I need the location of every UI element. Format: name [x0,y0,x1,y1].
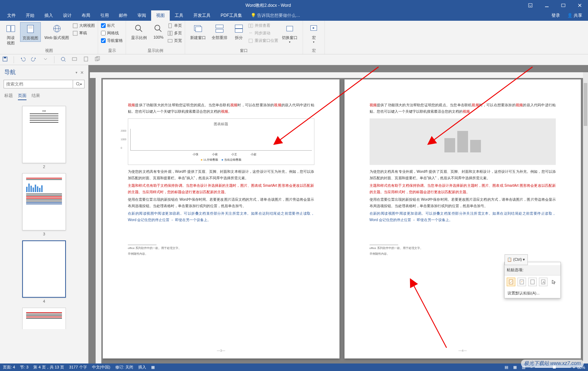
qat-icon[interactable] [95,56,100,63]
ruler-corner [90,72,96,78]
draft-view-button[interactable]: 草稿 [73,30,95,36]
switch-window-button[interactable]: 切换窗口▾ [280,22,300,44]
page-width-button[interactable]: 页宽 [168,37,182,44]
paragraph: 视频提供了功能强大的方法帮助您证明您的观点。当您单击联机视频时，可以在想要添加的… [128,102,314,115]
tab-references[interactable]: 引用 [95,10,114,21]
view-read-mode-icon[interactable]: ▤ [505,365,508,370]
one-page-button[interactable]: 单页 [168,22,182,29]
status-section[interactable]: 节: 3 [20,365,28,370]
document-page-3[interactable]: 视频提供了功能强大的方法帮助您证明您的观点。当您单击联机视频时，可以在想要添加的… [103,79,339,358]
ruler-checkbox[interactable]: 标尺 [101,22,123,29]
reset-position-button: 重设窗口位置 [248,37,278,44]
chart-placeholder[interactable] [370,118,556,165]
set-default-paste[interactable]: 设置默认粘贴(A)... [505,288,560,298]
tab-tools[interactable]: 工具 [170,10,188,21]
tab-view[interactable]: 视图 [151,10,170,21]
paste-text-only-icon[interactable]: A [539,278,548,286]
paste-ctrl-badge[interactable]: 📋 (Ctrl) ▾ [505,254,528,265]
paragraph: 使用在需要位置出现的新按钮在 Word中保存时间。若要更改图片适应文档的方式，请… [370,196,556,209]
chart[interactable]: 图表标题 200010000 小张小俊小王小赵 11月销售额当前总销售额 [128,118,314,165]
svg-rect-31 [249,39,252,43]
vertical-ruler[interactable] [96,78,101,363]
svg-text:A: A [543,280,545,284]
svg-rect-26 [216,29,223,33]
qat-icon[interactable] [60,56,66,63]
zoom-button[interactable]: 显示比例 [129,22,149,41]
qat-icon[interactable] [83,56,89,63]
split-button[interactable]: 拆分 [231,22,247,41]
save-icon[interactable] [2,56,8,63]
gridlines-checkbox[interactable]: 网格线 [101,30,123,36]
vertical-scrollbar[interactable] [583,72,588,363]
status-insert[interactable]: 插入 [138,365,146,370]
print-layout-button[interactable]: 页面视图 [20,22,41,42]
undo-icon[interactable] [20,56,25,63]
thumbnail-page-3[interactable]: 3 [22,173,66,236]
document-page-4[interactable]: 视频提供了功能强大的方法帮助您证明您的观点。当您单击联机视频时，可以在想要添加的… [344,79,581,358]
paste-keep-source-icon[interactable] [507,278,515,286]
macros-button[interactable]: 宏▾ [306,22,322,44]
paste-picture-icon[interactable] [528,278,537,286]
zoom-100-button[interactable]: 100% [150,22,166,40]
svg-rect-2 [562,4,565,7]
show-group-label: 显示 [101,47,123,53]
svg-rect-47 [531,280,534,284]
nav-tab-pages[interactable]: 页面 [18,93,26,100]
svg-rect-24 [196,27,202,32]
close-icon[interactable] [572,0,588,11]
paste-merge-icon[interactable] [517,278,526,286]
status-bar: 页面: 4 节: 3 第 4 页，共 13 页 3177 个字 中文(中国) 修… [0,363,588,371]
read-mode-button[interactable]: 阅读 视图 [3,22,19,47]
search-input[interactable] [4,80,73,88]
thumbnail-page-5[interactable] [22,308,66,329]
multi-page-button[interactable]: 多页 [168,30,182,36]
tab-mailings[interactable]: 邮件 [114,10,132,21]
thumbnail-page-2[interactable]: 目录 2 [22,106,66,169]
view-print-layout-icon[interactable]: ▦ [513,365,517,370]
svg-rect-30 [251,24,253,28]
outline-view-button[interactable]: 大纲视图 [73,22,95,29]
tab-insert[interactable]: 插入 [39,10,58,21]
status-page-of[interactable]: 第 4 页，共 13 页 [33,365,64,370]
search-icon[interactable]: ▾ [73,80,84,88]
arrange-all-button[interactable]: 全部重排 [209,22,230,41]
tab-review[interactable]: 审阅 [132,10,151,21]
status-lang[interactable]: 中文(中国) [92,365,110,370]
nav-tab-headings[interactable]: 标题 [4,93,13,100]
qat-icon[interactable] [72,56,77,63]
ribbon: 阅读 视图 页面视图 Web 版式视图 大纲视图 草稿 视图 标尺 网格线 导航… [0,21,588,54]
nav-close-icon[interactable]: ✕ [80,70,84,75]
tab-layout[interactable]: 布局 [77,10,95,21]
svg-rect-13 [73,24,77,28]
tab-home[interactable]: 开始 [21,10,39,21]
svg-line-44 [79,85,80,86]
tab-developer[interactable]: 开发工具 [188,10,216,21]
share-button[interactable]: 👤 共享 [564,10,586,21]
zoom-group-label: 显示比例 [129,47,182,53]
thumbnail-page-4[interactable]: 4 [22,240,66,303]
nav-pane-checkbox[interactable]: 导航窗格 [101,37,123,44]
tell-me[interactable]: 💡 告诉我您想要做什么… [247,10,304,21]
new-window-button[interactable]: 新建窗口 [188,22,208,41]
svg-rect-39 [72,58,77,60]
status-icon[interactable]: ▦ [151,365,155,370]
status-track[interactable]: 修订: 关闭 [115,365,133,370]
horizontal-ruler[interactable] [96,72,583,78]
status-page[interactable]: 页面: 4 [3,365,15,370]
views-group-label: 视图 [3,47,95,53]
minimize-icon[interactable] [539,0,555,11]
nav-tab-results[interactable]: 结果 [32,93,40,100]
web-layout-button[interactable]: Web 版式视图 [42,22,71,41]
status-words[interactable]: 3177 个字 [69,365,87,370]
ribbon-display-options-icon[interactable] [522,0,539,11]
tab-pdf[interactable]: PDF工具集 [216,10,247,21]
tab-file[interactable]: 文件 [2,10,21,21]
qat-dropdown-icon[interactable] [43,56,48,63]
nav-search[interactable]: ▾ [4,80,85,88]
tab-design[interactable]: 设计 [58,10,77,21]
nav-dropdown-icon[interactable]: ▾ [76,70,77,74]
login-link[interactable]: 登录 [548,10,564,21]
paragraph: 使用在需要位置出现的新按钮在 Word中保存时间。若要更改图片适应文档的方式，请… [128,196,314,209]
maximize-icon[interactable] [555,0,572,11]
redo-icon[interactable] [31,56,37,63]
